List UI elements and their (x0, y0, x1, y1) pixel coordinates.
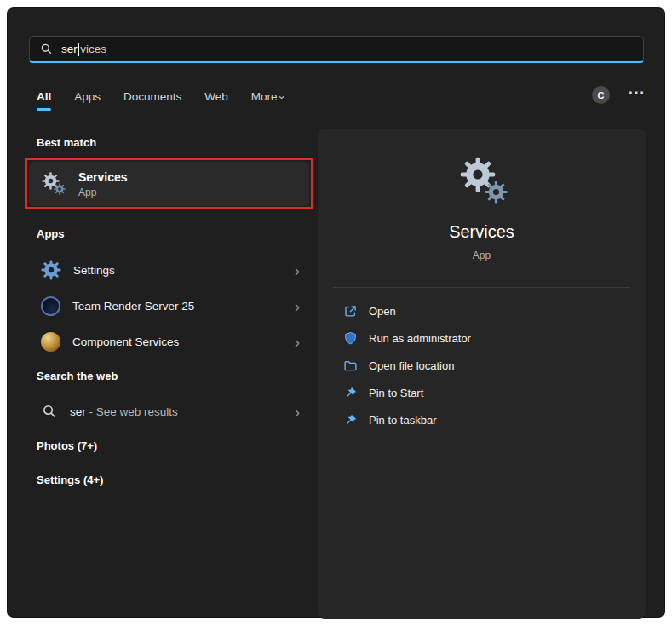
settings-section-header[interactable]: Settings (4+) (37, 473, 103, 486)
list-item-component-services[interactable]: Component Services › (29, 324, 310, 359)
list-item-label: Team Render Server 25 (72, 300, 194, 312)
pin-icon (343, 386, 358, 400)
search-text: ser vices (61, 43, 106, 56)
component-services-icon (41, 332, 60, 352)
user-avatar[interactable]: C (592, 86, 610, 104)
search-web-header: Search the web (37, 370, 118, 382)
action-pin-to-start[interactable]: Pin to Start (318, 379, 646, 406)
action-open-file-location[interactable]: Open file location (318, 352, 646, 379)
tab-more[interactable]: More› (251, 90, 284, 103)
action-label: Run as administrator (369, 332, 471, 345)
preview-icon-wrap (318, 154, 646, 209)
folder-icon (343, 358, 358, 373)
action-label: Open file location (369, 359, 454, 372)
more-options-button[interactable]: ··· (623, 84, 652, 101)
action-pin-to-taskbar[interactable]: Pin to taskbar (318, 406, 646, 433)
search-icon (41, 404, 58, 419)
chevron-right-icon: › (295, 298, 300, 314)
apps-section-header: Apps (37, 227, 65, 240)
best-match-header: Best match (37, 136, 96, 149)
action-open[interactable]: Open (318, 297, 646, 324)
admin-shield-icon (343, 331, 358, 346)
action-label: Pin to taskbar (369, 414, 437, 427)
list-item-settings[interactable]: Settings › (29, 252, 310, 288)
list-item-team-render-server[interactable]: Team Render Server 25 › (29, 288, 310, 324)
chevron-right-icon: › (295, 334, 300, 350)
team-render-server-icon (41, 296, 60, 316)
windows-search-screen: { "colors": { "accent": "#4cc2ff", "anno… (0, 0, 672, 625)
action-run-as-administrator[interactable]: Run as administrator (318, 324, 646, 352)
photos-section-header[interactable]: Photos (7+) (37, 439, 97, 452)
search-input[interactable]: ser vices (29, 36, 644, 63)
search-typed-text: ser (61, 43, 78, 55)
chevron-down-icon: › (275, 95, 288, 99)
best-match-result-services[interactable]: Services App (29, 162, 309, 206)
best-match-title: Services (78, 170, 128, 184)
search-filter-tabs: All Apps Documents Web More› (37, 88, 284, 105)
tab-more-label: More (251, 90, 278, 103)
tab-web[interactable]: Web (204, 90, 228, 103)
list-item-label: Settings (73, 264, 115, 277)
tab-all[interactable]: All (37, 90, 51, 103)
list-item-web-search[interactable]: ser - See web results › (29, 393, 310, 429)
open-icon (343, 304, 358, 318)
settings-gear-icon (41, 260, 61, 280)
chevron-right-icon: › (295, 262, 300, 278)
services-gears-icon (41, 171, 66, 197)
start-search-panel: ser vices All Apps Documents Web More› C… (7, 7, 665, 618)
list-item-label: Component Services (72, 335, 179, 348)
best-match-subtitle: App (78, 186, 128, 198)
chevron-right-icon: › (295, 404, 300, 420)
web-search-label: ser - See web results (70, 405, 178, 418)
best-match-text: Services App (78, 170, 128, 198)
divider (333, 287, 630, 288)
preview-pane: Services App Open Run as administrator (318, 129, 646, 619)
action-label: Pin to Start (369, 387, 423, 399)
text-caret (78, 43, 80, 56)
action-label: Open (369, 305, 396, 318)
preview-subtitle: App (318, 249, 646, 261)
search-completion-text: vices (80, 43, 106, 55)
services-gears-icon-large (455, 154, 509, 209)
search-icon (40, 43, 53, 55)
web-suffix: - See web results (86, 405, 178, 418)
web-query: ser (70, 405, 86, 418)
preview-actions: Open Run as administrator Open file loca… (318, 297, 646, 433)
preview-title: Services (318, 222, 646, 242)
pin-icon (343, 413, 358, 427)
tab-documents[interactable]: Documents (123, 90, 181, 103)
tab-apps[interactable]: Apps (74, 90, 101, 103)
